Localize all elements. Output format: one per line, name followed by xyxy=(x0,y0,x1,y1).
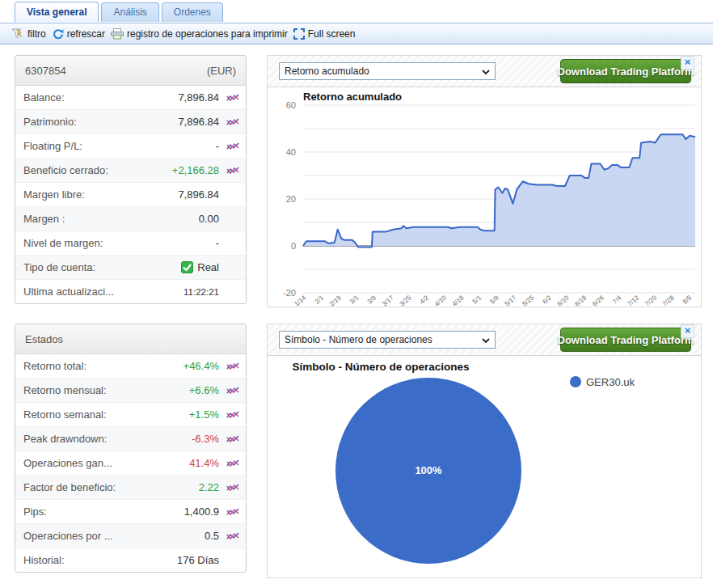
row-value: 176 Días xyxy=(177,554,219,566)
svg-text:7/20: 7/20 xyxy=(643,294,658,307)
filter-button[interactable]: filtro xyxy=(11,28,46,40)
row-value: +1.5% xyxy=(189,408,219,421)
fullscreen-label: Full screen xyxy=(308,28,356,40)
svg-text:Retorno acumulado: Retorno acumulado xyxy=(303,91,402,103)
table-row-margen: Margen :0.00 xyxy=(15,207,246,231)
svg-text:8/5: 8/5 xyxy=(681,294,694,305)
legend-label: GER30.uk xyxy=(586,376,635,388)
refresh-icon xyxy=(52,28,64,40)
table-row-margen-libre: Margen libre:7,896.84 xyxy=(15,183,246,207)
fullscreen-icon xyxy=(293,28,305,40)
account-id: 6307854 xyxy=(25,65,66,77)
row-value: +2,166.28 xyxy=(172,164,219,176)
chart-type-select[interactable]: Retorno acumulado xyxy=(279,62,496,80)
svg-text:7/28: 7/28 xyxy=(661,294,676,307)
svg-text:5/17: 5/17 xyxy=(504,294,518,307)
account-currency: (EUR) xyxy=(207,65,236,77)
mini-chart-icon[interactable] xyxy=(226,459,239,468)
tab-bar: Vista generalAnálisisOrdenes xyxy=(15,2,223,22)
row-value: 7,896.84 xyxy=(178,91,219,104)
tab-ordenes[interactable]: Ordenes xyxy=(162,2,223,22)
svg-text:4/18: 4/18 xyxy=(451,294,466,307)
row-label: Margen : xyxy=(23,213,199,225)
mini-chart-icon[interactable] xyxy=(226,386,239,396)
svg-text:6/2: 6/2 xyxy=(542,294,554,305)
mini-chart-icon[interactable] xyxy=(226,434,239,444)
svg-text:3/1: 3/1 xyxy=(348,294,361,305)
print-report-label: registro de operaciones para imprimir xyxy=(127,28,288,40)
pie-type-select-value: Símbolo - Número de operaciones xyxy=(285,334,432,345)
svg-text:6/18: 6/18 xyxy=(573,294,588,307)
table-row-peak-drawndown: Peak drawndown:-6.3% xyxy=(15,427,246,451)
mini-chart-icon[interactable] xyxy=(226,483,239,493)
mini-chart-icon[interactable] xyxy=(226,531,239,541)
row-label: Retorno mensual: xyxy=(23,384,189,396)
svg-text:3/9: 3/9 xyxy=(366,294,378,305)
svg-text:3/25: 3/25 xyxy=(399,294,413,307)
svg-text:3/17: 3/17 xyxy=(381,294,395,307)
refresh-button[interactable]: refrescar xyxy=(52,28,105,40)
row-label: Peak drawndown: xyxy=(23,433,192,445)
stats-title: Estados xyxy=(25,333,63,345)
row-label: Operaciones por ... xyxy=(23,530,205,542)
mini-chart-icon[interactable] xyxy=(226,93,239,103)
svg-text:6/26: 6/26 xyxy=(591,294,605,307)
row-value: 1,400.9 xyxy=(184,506,219,518)
svg-text:20: 20 xyxy=(286,194,296,204)
ad-close-icon[interactable]: × xyxy=(681,324,694,338)
pie-type-select[interactable]: Símbolo - Número de operaciones xyxy=(279,331,496,349)
download-platform-label: Download Trading Platform xyxy=(558,66,694,78)
fullscreen-button[interactable]: Full screen xyxy=(293,28,356,40)
svg-text:4/10: 4/10 xyxy=(433,294,448,307)
row-value: Real xyxy=(181,261,219,273)
table-row-nivel-de-margen: Nivel de margen:- xyxy=(15,231,246,256)
download-platform-label: Download Trading Platform xyxy=(558,334,694,346)
cumulative-return-chart: 6040200-201/142/12/193/13/93/173/254/24/… xyxy=(268,87,701,307)
ad-close-icon[interactable]: × xyxy=(681,56,694,70)
table-row-historial: Historial:176 Días xyxy=(15,548,246,572)
row-value: 0.00 xyxy=(199,213,219,225)
row-value: 7,896.84 xyxy=(178,188,219,201)
svg-text:2/1: 2/1 xyxy=(314,294,326,305)
symbol-trades-pie-chart: 100%Símbolo - Número de operacionesGER30… xyxy=(268,356,701,578)
table-row-ultima-actualizaci: Ultima actualizaci...11:22:21 xyxy=(15,280,246,303)
tab-vista-general[interactable]: Vista general xyxy=(15,2,99,22)
table-row-floating-p-l: Floating P/L:- xyxy=(15,134,246,159)
table-row-patrimonio: Patrimonio:7,896.84 xyxy=(15,110,246,134)
row-label: Tipo de cuenta: xyxy=(23,261,181,273)
row-value: 0.5 xyxy=(205,530,219,542)
row-value: - xyxy=(216,140,219,152)
svg-text:5/1: 5/1 xyxy=(471,294,483,305)
mini-chart-icon[interactable] xyxy=(226,362,239,371)
stats-card: Estados Retorno total:+46.4%Retorno mens… xyxy=(15,324,247,573)
svg-text:0: 0 xyxy=(291,241,296,251)
row-value: 11:22:21 xyxy=(184,287,219,297)
row-label: Beneficio cerrado: xyxy=(23,164,172,176)
row-value: 41.4% xyxy=(189,457,219,469)
row-label: Nivel de margen: xyxy=(23,237,216,249)
legend-dot xyxy=(570,376,581,387)
svg-text:2/19: 2/19 xyxy=(328,294,343,307)
row-label: Ultima actualizaci... xyxy=(23,286,184,298)
print-report-button[interactable]: registro de operaciones para imprimir xyxy=(111,28,288,40)
mini-chart-icon[interactable] xyxy=(226,166,239,176)
mini-chart-icon[interactable] xyxy=(226,142,239,151)
row-label: Retorno total: xyxy=(23,360,184,372)
table-row-retorno-semanal: Retorno semanal:+1.5% xyxy=(15,403,246,427)
row-label: Factor de beneficio: xyxy=(23,481,199,493)
pie-chart-panel: Símbolo - Número de operaciones Download… xyxy=(267,324,702,578)
mini-chart-icon[interactable] xyxy=(226,117,239,127)
chart-type-select-value: Retorno acumulado xyxy=(285,66,369,77)
pie-chart-panel-header: Símbolo - Número de operaciones Download… xyxy=(268,324,701,356)
account-card-header: 6307854 (EUR) xyxy=(15,56,246,86)
row-label: Retorno semanal: xyxy=(23,408,189,421)
download-platform-button[interactable]: Download Trading Platform × xyxy=(560,328,691,352)
real-account-check-icon xyxy=(181,261,193,273)
svg-text:7/4: 7/4 xyxy=(611,294,623,305)
filter-icon xyxy=(11,28,24,40)
mini-chart-icon[interactable] xyxy=(226,507,239,517)
tab-an-lisis[interactable]: Análisis xyxy=(101,2,158,22)
row-label: Floating P/L: xyxy=(23,140,216,152)
download-platform-button[interactable]: Download Trading Platform × xyxy=(560,59,691,83)
mini-chart-icon[interactable] xyxy=(226,410,239,420)
